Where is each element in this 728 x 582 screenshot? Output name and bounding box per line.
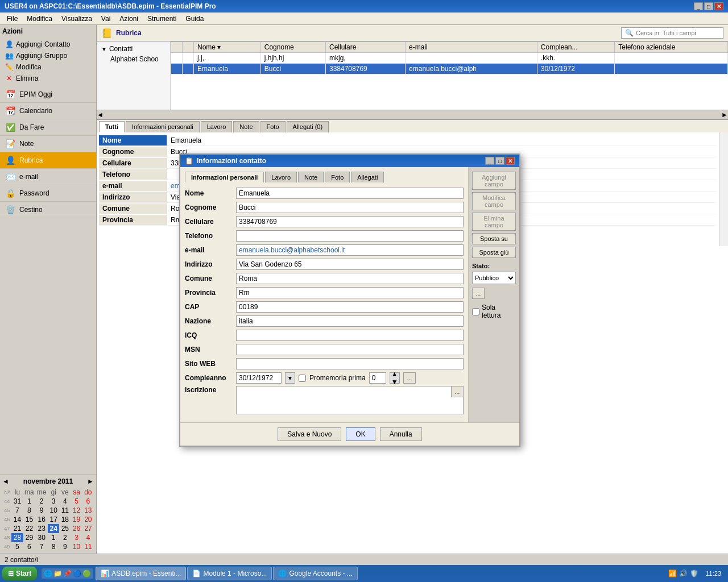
promemoria-input[interactable] [369,372,386,384]
modal-tab-foto[interactable]: Foto [325,172,350,182]
col-cognome[interactable]: Cognome [260,42,325,53]
tray-icon-app1[interactable]: 📌 [63,569,72,577]
add-group-btn[interactable]: 👥 Aggiungi Gruppo [2,50,94,61]
tree-contatti[interactable]: ▼ Contatti [99,44,168,54]
modal-close-btn[interactable]: ✕ [506,157,515,165]
tray-icon-app3[interactable]: 🟢 [82,569,91,577]
sposta-su-btn[interactable]: Sposta su [472,233,516,244]
aggiungi-campo-btn[interactable]: Aggiungi campo [472,172,516,190]
sidebar-item-dafare[interactable]: ✅ Da Fare [0,119,96,136]
cal-day[interactable]: 17 [48,515,59,524]
cal-day[interactable]: 10 [71,542,82,551]
cal-day[interactable]: 1 [23,497,36,506]
form-input-provincia[interactable] [236,287,464,298]
col-compleanno[interactable]: Complean... [537,42,614,53]
cal-day[interactable]: 26 [71,524,82,533]
cal-day[interactable]: 11 [82,542,94,551]
tab-note[interactable]: Note [233,121,259,132]
menu-file[interactable]: File [2,14,22,24]
tree-alphabet[interactable]: Alphabet Schoo [99,54,168,64]
stato-ellipsis-btn[interactable]: ... [472,288,485,299]
cal-day[interactable]: 9 [35,506,48,515]
cal-day[interactable]: 3 [48,497,59,506]
modal-tab-allegati[interactable]: Allegati [351,172,384,182]
table-row[interactable]: Emanuela Bucci 3384708769 emanuela.bucci… [171,64,728,74]
tab-info-personali[interactable]: Informazioni personali [126,121,200,132]
table-row[interactable]: j,j,. j,hjh,hj mkjg, .kkh. [171,53,728,64]
form-input-iscrizione[interactable] [236,386,464,414]
cal-day[interactable]: 16 [35,515,48,524]
cal-day[interactable]: 4 [59,497,71,506]
cal-day[interactable]: 8 [23,506,36,515]
col-cellulare[interactable]: Cellulare [326,42,406,53]
tray-network-icon[interactable]: 📶 [668,569,677,577]
cal-day[interactable]: 4 [82,533,94,542]
cal-day[interactable]: 13 [82,506,94,515]
modal-tab-note[interactable]: Note [298,172,324,182]
cal-day[interactable]: 19 [71,515,82,524]
menu-guida[interactable]: Guida [181,14,208,24]
start-button[interactable]: ⊞ Start [2,567,37,580]
col-nome[interactable]: Nome ▾ [194,42,261,53]
tab-tutti[interactable]: Tutti [99,121,125,132]
cal-day[interactable]: 15 [23,515,36,524]
scroll-bar-horizontal[interactable]: ◄ ► [97,110,728,119]
cal-day[interactable]: 10 [48,506,59,515]
menu-vai[interactable]: Vai [97,14,115,24]
taskbar-item-module1[interactable]: 📄 Module 1 - Microso... [187,567,272,580]
sidebar-item-email[interactable]: ✉️ e-mail [0,169,96,185]
cal-next-btn[interactable]: ► [87,477,94,485]
tray-shield-icon[interactable]: 🛡️ [690,569,698,577]
form-input-email[interactable] [236,244,464,256]
cal-day[interactable]: 9 [59,542,71,551]
sidebar-item-calendario[interactable]: 📆 Calendario [0,103,96,119]
cal-day[interactable]: 21 [11,524,23,533]
modal-tab-info-personali[interactable]: Informazioni personali [185,172,264,182]
menu-modifica[interactable]: Modifica [22,14,57,24]
cal-day[interactable]: 27 [82,524,94,533]
birthday-ellipsis-btn[interactable]: ... [403,372,416,384]
tab-foto[interactable]: Foto [260,121,286,132]
salva-nuovo-btn[interactable]: Salva e Nuovo [278,427,341,441]
menu-strumenti[interactable]: Strumenti [143,14,181,24]
modal-minimize-btn[interactable]: _ [485,157,494,165]
cal-day[interactable]: 14 [11,515,23,524]
cal-day[interactable]: 12 [71,506,82,515]
birthday-input[interactable] [236,372,282,384]
cal-day[interactable]: 22 [23,524,36,533]
col-telefono[interactable]: Telefono aziendale [615,42,728,53]
form-input-nome[interactable] [236,188,464,199]
menu-visualizza[interactable]: Visualizza [57,14,97,24]
ok-btn[interactable]: OK [346,427,375,441]
cal-day[interactable]: 24 [48,524,59,533]
tray-icon-ie[interactable]: 🌐 [44,569,52,577]
cal-day[interactable]: 31 [11,497,23,506]
cal-day[interactable]: 11 [59,506,71,515]
birthday-dropdown-btn[interactable]: ▼ [285,372,295,384]
form-input-telefono[interactable] [236,230,464,242]
cal-day[interactable]: 2 [35,497,48,506]
form-input-msn[interactable] [236,344,464,355]
search-input[interactable] [636,30,715,36]
tray-icon-folder[interactable]: 📁 [53,569,62,577]
scroll-left-btn[interactable]: ◄ [97,111,104,119]
col-lock[interactable] [183,42,194,53]
sola-lettura-check[interactable] [472,308,479,315]
search-box[interactable]: 🔍 [621,27,723,39]
modify-btn[interactable]: ✏️ Modifica [2,61,94,73]
cal-day[interactable]: 30 [35,533,48,542]
scrollbar-right[interactable] [719,132,728,246]
close-btn[interactable]: ✕ [714,2,723,10]
form-input-cognome[interactable] [236,202,464,213]
cal-day[interactable]: 1 [48,533,59,542]
cal-day[interactable]: 3 [71,533,82,542]
sidebar-item-password[interactable]: 🔒 Password [0,185,96,202]
form-input-nazione[interactable] [236,315,464,327]
form-input-cap[interactable] [236,301,464,313]
tray-icon-app2[interactable]: 🔵 [73,569,81,577]
menu-azioni[interactable]: Azioni [115,14,143,24]
sposta-giu-btn[interactable]: Sposta giù [472,247,516,258]
taskbar-item-asdb[interactable]: 📊 ASDB.epim - Essenti... [96,567,186,580]
cal-day[interactable]: 23 [35,524,48,533]
stato-select[interactable]: Pubblico Privato [472,272,516,284]
